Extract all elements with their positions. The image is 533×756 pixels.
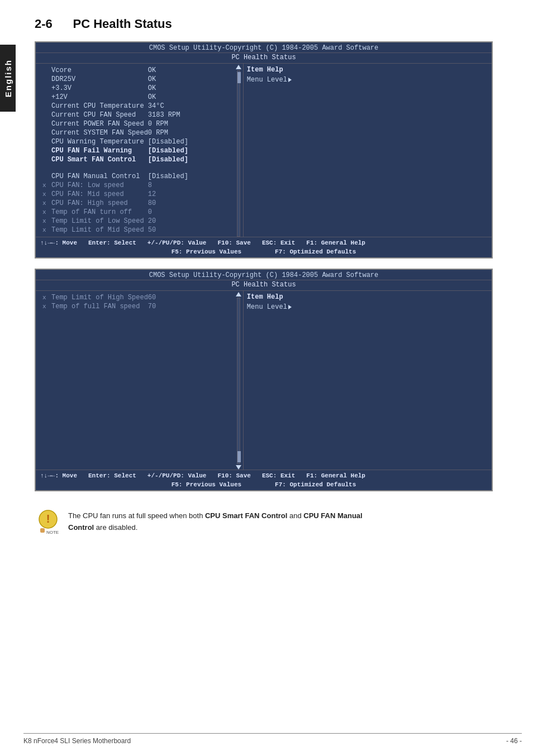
row-label: CPU FAN: High speed [51, 199, 148, 207]
row-value: 20 [148, 217, 232, 225]
bios-footer-1: ↑↓→←: Move Enter: Select +/-/PU/PD: Valu… [36, 237, 492, 248]
scroll-thumb-2 [237, 451, 241, 462]
row-label: Temp Limit of High Speed [51, 294, 148, 302]
row-label: Current CPU Temperature [51, 102, 148, 110]
bios-header-1: CMOS Setup Utility-Copyright (C) 1984-20… [36, 42, 492, 53]
scroll-up-1 [236, 65, 241, 69]
bottom-left: K8 nForce4 SLI Series Motherboard [23, 737, 131, 745]
row-value: OK [148, 93, 232, 101]
scroll-col-2 [234, 291, 243, 470]
row-value: 0 RPM [148, 120, 232, 128]
table-row: xTemp of FAN turn off0 [40, 208, 234, 217]
footer-value-key-2: +/-/PU/PD: Value [147, 472, 207, 479]
table-row: CPU Warning Temperature[Disabled] [40, 137, 234, 146]
row-label: Vcore [51, 66, 148, 74]
row-label: CPU FAN: Low speed [51, 181, 148, 189]
footer-save-key-1: F10: Save [217, 240, 250, 246]
scroll-track-1 [237, 70, 240, 237]
table-row: +3.3VOK [40, 84, 234, 93]
footer-help-key-1: F1: General Help [306, 240, 365, 246]
row-label: CPU Warning Temperature [51, 138, 148, 146]
row-value: 0 [148, 208, 232, 216]
row-label: CPU FAN Fail Warning [51, 147, 148, 155]
svg-rect-2 [40, 528, 45, 533]
row-label: Temp Limit of Low Speed [51, 217, 148, 225]
row-value: 12 [148, 190, 232, 198]
footer-value-key-1: +/-/PU/PD: Value [147, 240, 207, 246]
footer-opt-key-1: F7: Optimized Defaults [275, 248, 356, 255]
footer-prev-key-1: F5: Previous Values [172, 248, 241, 255]
row-label: CPU FAN: Mid speed [51, 190, 148, 198]
row-value: [Disabled] [148, 138, 232, 146]
side-tab-label: English [3, 59, 13, 97]
row-label: +3.3V [51, 84, 148, 92]
row-label: Current CPU FAN Speed [51, 111, 148, 119]
table-row: Current SYSTEM FAN Speed0 RPM [40, 128, 234, 137]
footer-save-key-2: F10: Save [217, 472, 250, 479]
table-row: CPU Smart FAN Control[Disabled] [40, 155, 234, 164]
row-value: [Disabled] [148, 173, 232, 180]
table-row: DDR25VOK [40, 75, 234, 84]
footer-select-key-1: Enter: Select [88, 240, 136, 246]
title-text: PC Health Status [73, 17, 172, 31]
bios-body-1: VcoreOKDDR25VOK+3.3VOK+12VOKCurrent CPU … [36, 64, 355, 237]
row-value: OK [148, 84, 232, 92]
footer-help-key-2: F1: General Help [306, 472, 365, 479]
row-label: Temp of FAN turn off [51, 208, 148, 216]
table-row: xCPU FAN: Low speed8 [40, 181, 234, 190]
row-label: Current POWER FAN Speed [51, 120, 148, 128]
table-row: xCPU FAN: High speed80 [40, 199, 234, 208]
row-label: DDR25V [51, 75, 148, 83]
footer-exit-key-1: ESC: Exit [262, 240, 295, 246]
bios-footer-1b: F5: Previous Values F7: Optimized Defaul… [36, 248, 492, 257]
bios-left-1: VcoreOKDDR25VOK+3.3VOK+12VOKCurrent CPU … [36, 64, 234, 237]
bios-footer-2: ↑↓→←: Move Enter: Select +/-/PU/PD: Valu… [36, 470, 492, 481]
row-value: 60 [148, 294, 232, 302]
scroll-track-2 [237, 298, 240, 464]
row-value: OK [148, 75, 232, 83]
table-row: xCPU FAN: Mid speed12 [40, 190, 234, 199]
footer-move-key-2: ↑↓→←: Move [40, 472, 77, 479]
row-value: [Disabled] [148, 147, 232, 155]
footer-move-key-1: ↑↓→←: Move [40, 240, 77, 246]
bios-screen-1: CMOS Setup Utility-Copyright (C) 1984-20… [35, 41, 493, 259]
bios-subtitle-2: PC Health Status [36, 280, 492, 291]
row-value: [Disabled] [148, 156, 232, 164]
scroll-down-2 [236, 465, 241, 470]
bottom-bar: K8 nForce4 SLI Series Motherboard - 46 - [23, 733, 522, 745]
row-value: 0 RPM [148, 129, 232, 137]
item-help-title-2: Item Help [247, 293, 351, 301]
row-label: +12V [51, 93, 148, 101]
bios-header-2: CMOS Setup Utility-Copyright (C) 1984-20… [36, 270, 492, 280]
scroll-up-2 [236, 292, 241, 296]
note-icon: ! NOTE [35, 508, 61, 535]
row-value: 80 [148, 199, 232, 207]
bios-right-1: Item Help Menu Level [243, 64, 355, 237]
menu-arrow-1 [288, 78, 292, 82]
row-value: 34°C [148, 102, 232, 110]
table-row: +12VOK [40, 93, 234, 102]
section-number: 2-6 [35, 17, 53, 31]
row-value: 50 [148, 226, 232, 234]
row-value: 70 [148, 303, 232, 310]
table-row: xTemp Limit of High Speed60 [40, 293, 234, 302]
row-label: Current SYSTEM FAN Speed [51, 129, 148, 137]
side-tab: English [0, 45, 16, 112]
footer-opt-key-2: F7: Optimized Defaults [275, 481, 356, 488]
bios-footer-2b: F5: Previous Values F7: Optimized Defaul… [36, 481, 492, 490]
menu-arrow-2 [288, 305, 292, 309]
footer-prev-key-2: F5: Previous Values [172, 481, 241, 488]
table-row: xTemp Limit of Mid Speed50 [40, 226, 234, 235]
scroll-col-1 [234, 64, 243, 237]
footer-exit-key-2: ESC: Exit [262, 472, 295, 479]
row-label: CPU Smart FAN Control [51, 156, 148, 164]
table-row: Current POWER FAN Speed0 RPM [40, 119, 234, 128]
svg-text:!: ! [46, 513, 50, 525]
menu-level-1: Menu Level [247, 76, 351, 84]
table-row: CPU FAN Fail Warning[Disabled] [40, 146, 234, 155]
menu-level-2: Menu Level [247, 303, 351, 311]
bios-screen-2: CMOS Setup Utility-Copyright (C) 1984-20… [35, 269, 493, 491]
bios-right-2: Item Help Menu Level [243, 291, 355, 470]
table-row: xTemp Limit of Low Speed20 [40, 217, 234, 226]
row-label: Temp of full FAN speed [51, 303, 148, 310]
